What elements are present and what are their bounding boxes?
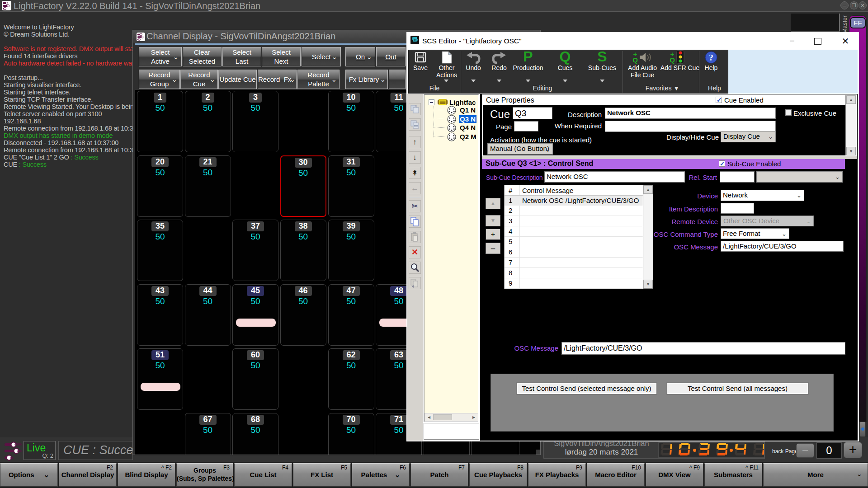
svg-text:+: + bbox=[415, 104, 417, 108]
svg-text:?: ? bbox=[709, 53, 713, 62]
